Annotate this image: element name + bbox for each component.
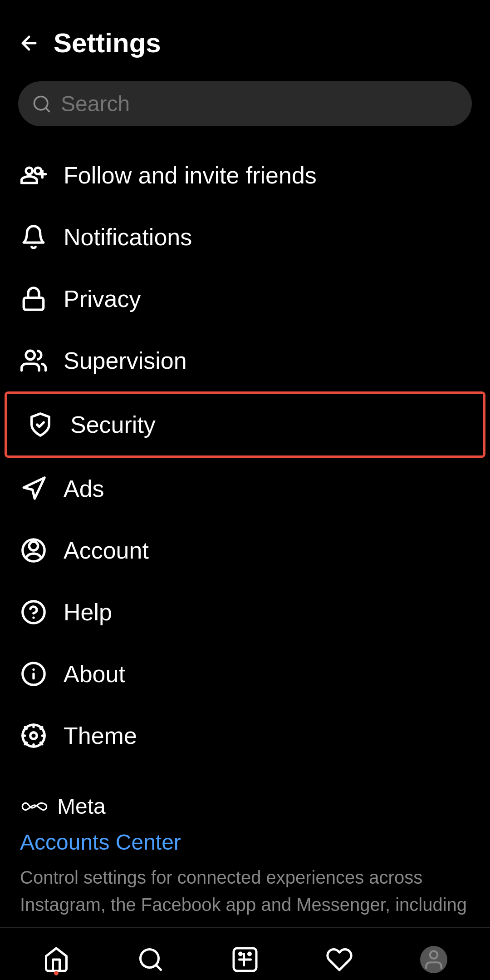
search-icon — [32, 94, 52, 114]
meta-description: Control settings for connected experienc… — [20, 864, 470, 918]
menu-label-ads: Ads — [64, 475, 104, 502]
search-container — [0, 72, 490, 140]
info-icon — [20, 660, 47, 688]
nav-home[interactable] — [34, 941, 79, 978]
svg-point-5 — [26, 351, 34, 359]
svg-line-17 — [25, 727, 26, 728]
meta-logo-row: Meta — [20, 794, 470, 819]
bell-icon — [20, 223, 47, 251]
menu-item-supervision[interactable]: Supervision — [0, 330, 490, 391]
svg-point-26 — [240, 953, 242, 955]
reels-icon — [231, 946, 259, 973]
menu-list: Follow and invite friends Notifications … — [0, 140, 490, 771]
nav-search[interactable] — [128, 941, 173, 978]
menu-label-notifications: Notifications — [64, 223, 192, 251]
menu-label-privacy: Privacy — [64, 285, 141, 312]
account-icon — [20, 537, 47, 564]
supervision-icon — [20, 347, 47, 374]
menu-item-follow-invite[interactable]: Follow and invite friends — [0, 144, 490, 206]
menu-item-account[interactable]: Account — [0, 520, 490, 581]
svg-line-1 — [46, 108, 49, 111]
page-title: Settings — [54, 27, 161, 59]
bottom-nav — [0, 927, 490, 980]
profile-avatar — [420, 946, 447, 973]
shield-icon — [27, 411, 54, 438]
menu-item-help[interactable]: Help — [0, 581, 490, 643]
accounts-center-link[interactable]: Accounts Center — [20, 830, 470, 855]
svg-point-28 — [430, 951, 438, 959]
meta-section: Meta Accounts Center Control settings fo… — [0, 771, 490, 927]
svg-line-24 — [156, 965, 161, 970]
svg-line-21 — [25, 742, 26, 744]
add-person-icon — [20, 162, 47, 189]
nav-heart[interactable] — [317, 941, 362, 978]
search-nav-icon — [137, 946, 164, 973]
theme-icon — [20, 722, 47, 749]
nav-profile[interactable] — [411, 941, 456, 978]
menu-label-about: About — [64, 660, 125, 688]
svg-point-14 — [30, 733, 37, 739]
nav-reels[interactable] — [222, 941, 268, 978]
heart-icon — [326, 946, 353, 973]
meta-text: Meta — [57, 794, 106, 819]
svg-point-27 — [249, 953, 251, 955]
svg-point-6 — [29, 542, 38, 550]
lock-icon — [20, 285, 47, 312]
search-bar[interactable] — [18, 81, 472, 126]
menu-label-help: Help — [64, 599, 112, 626]
menu-item-theme[interactable]: Theme — [0, 705, 490, 767]
menu-label-follow-invite: Follow and invite friends — [64, 162, 317, 189]
svg-rect-4 — [24, 298, 44, 310]
settings-screen: Settings Follow and invite — [0, 0, 490, 980]
menu-item-security[interactable]: Security — [5, 391, 485, 458]
menu-label-supervision: Supervision — [64, 347, 187, 374]
svg-line-18 — [40, 742, 42, 744]
back-button[interactable] — [18, 32, 40, 54]
svg-line-22 — [40, 727, 42, 728]
menu-label-account: Account — [64, 537, 149, 564]
menu-item-ads[interactable]: Ads — [0, 458, 490, 520]
header: Settings — [0, 0, 490, 72]
menu-label-theme: Theme — [64, 722, 137, 749]
meta-logo-icon — [20, 799, 49, 814]
home-icon — [43, 946, 70, 973]
megaphone-icon — [20, 475, 47, 502]
menu-item-privacy[interactable]: Privacy — [0, 268, 490, 330]
help-icon — [20, 599, 47, 626]
search-input[interactable] — [61, 91, 458, 116]
menu-item-notifications[interactable]: Notifications — [0, 206, 490, 268]
menu-label-security: Security — [70, 411, 156, 438]
menu-item-about[interactable]: About — [0, 643, 490, 705]
nav-home-dot — [54, 971, 59, 975]
